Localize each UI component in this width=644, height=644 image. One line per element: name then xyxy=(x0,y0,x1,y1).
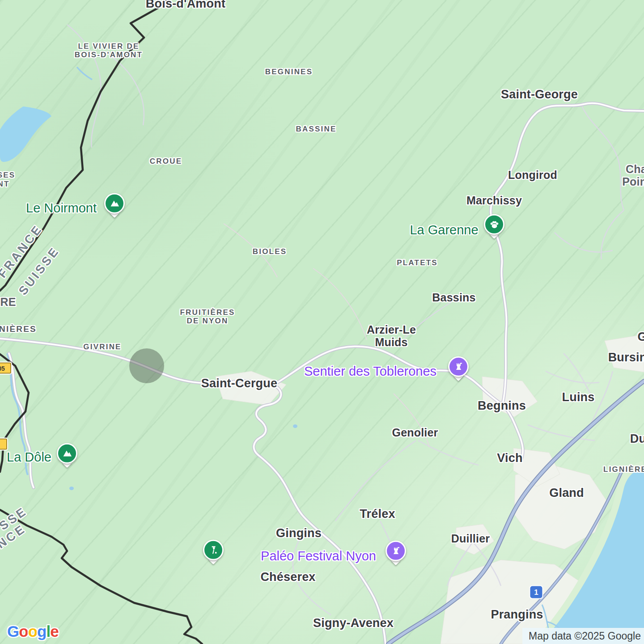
area-label: LIGNIÈRE xyxy=(603,466,644,474)
town-label: Marchissy xyxy=(466,195,522,207)
castle-icon xyxy=(386,541,406,561)
golf-icon xyxy=(203,540,224,560)
town-label: G xyxy=(637,330,644,344)
map[interactable]: Bois-d'AmontLE VIVIER DE BOIS-D'AMONTBEG… xyxy=(0,0,644,644)
town-label: Saint-Cergue xyxy=(201,377,277,390)
town-label: Cha Point xyxy=(622,163,644,188)
town-label: Duillier xyxy=(451,533,490,545)
google-logo-letter: l xyxy=(46,623,50,640)
town-label: Saint-George xyxy=(501,88,578,102)
mountain-icon xyxy=(104,193,125,214)
paw-icon xyxy=(484,214,504,235)
town-label: Gland xyxy=(549,487,584,500)
town-label: Bois-d'Amont xyxy=(146,0,225,11)
google-logo-letter: o xyxy=(19,623,28,640)
area-label: NT xyxy=(0,180,10,189)
route-shield-5: 5 xyxy=(0,439,7,450)
area-label: CROUE xyxy=(150,157,182,166)
town-label: Arzier-Le Muids xyxy=(367,324,416,348)
area-label: NIÈRES xyxy=(0,325,37,334)
mountain-icon xyxy=(57,443,77,464)
poi-label[interactable]: Sentier des Toblerones xyxy=(304,364,436,379)
google-logo-letter: G xyxy=(7,623,19,640)
poi-pin-castle-icon[interactable] xyxy=(384,539,407,568)
google-logo-letter: o xyxy=(28,623,37,640)
poi-label[interactable]: Paléo Festival Nyon xyxy=(261,549,376,564)
pond xyxy=(69,487,74,490)
area-label: BIOLES xyxy=(253,248,287,256)
town-label: Longirod xyxy=(508,169,557,182)
town-label: Luins xyxy=(562,391,595,404)
area-label: SES xyxy=(0,171,15,180)
poi-label[interactable]: La Dôle xyxy=(7,450,51,465)
town-label: Genolier xyxy=(392,427,438,439)
town-label: Bursin xyxy=(608,351,644,364)
town-label: Chéserex xyxy=(260,571,315,584)
castle-icon xyxy=(448,356,469,377)
area-label: FRUITIÈRES DE NYON xyxy=(180,309,235,325)
town-label: Begnins xyxy=(478,399,526,413)
town-label: Bassins xyxy=(432,292,475,304)
town-label: RE xyxy=(0,296,16,309)
poi-label[interactable]: La Garenne xyxy=(410,223,478,237)
town-label: Du xyxy=(630,432,644,446)
google-logo-letter: e xyxy=(50,623,58,640)
town-label: Trélex xyxy=(360,508,395,521)
area-label: BASSINE xyxy=(296,125,337,134)
route-shield-1: 1 xyxy=(530,586,542,598)
map-attribution: Map data ©2025 Google xyxy=(522,628,644,644)
lake-rousses xyxy=(0,106,51,162)
location-indicator xyxy=(129,348,164,383)
attribution-text: Map data ©2025 Google xyxy=(529,630,641,642)
town-label: Vich xyxy=(497,452,522,465)
poi-pin-golf-icon[interactable] xyxy=(202,538,225,567)
poi-pin-mountain-icon[interactable] xyxy=(103,191,126,220)
area-label: PLATETS xyxy=(397,259,438,267)
poi-pin-castle-icon[interactable] xyxy=(447,355,470,383)
google-logo-letter: g xyxy=(37,623,46,640)
town-label: Prangins xyxy=(491,608,543,622)
poi-label[interactable]: Le Noirmont xyxy=(26,201,97,216)
area-label: LE VIVIER DE BOIS-D'AMONT xyxy=(75,42,143,59)
google-logo[interactable]: Google xyxy=(7,623,59,640)
town-label: Gingins xyxy=(276,527,322,540)
country-border xyxy=(0,0,202,644)
poi-pin-mountain-icon[interactable] xyxy=(55,441,79,470)
area-label: GIVRINE xyxy=(83,343,121,352)
area-label: BEGNINES xyxy=(265,68,313,76)
pond xyxy=(293,424,297,428)
town-label: Signy-Avenex xyxy=(313,617,394,630)
route-shield-05: 05 xyxy=(0,363,11,374)
poi-pin-paw-icon[interactable] xyxy=(483,212,506,241)
